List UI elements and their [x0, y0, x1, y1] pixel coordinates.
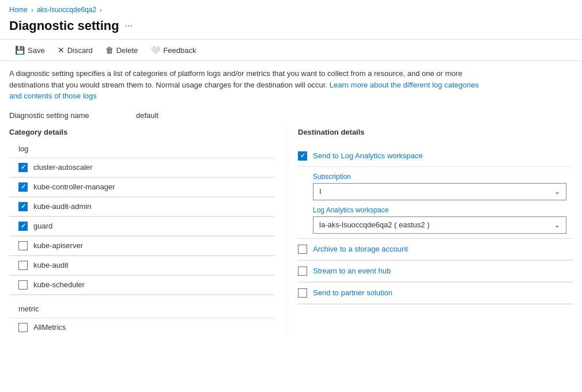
item-divider-kube-scheduler — [9, 295, 274, 295]
select-value-subscription-dropdown: I — [319, 187, 322, 196]
dest-option-label-storage-account[interactable]: Archive to a storage account — [313, 245, 408, 253]
checkbox-label-kube-scheduler: kube-scheduler — [33, 280, 85, 289]
log-item-kube-apiserver: kube-apiserver — [9, 237, 274, 256]
log-item-kube-scheduler: kube-scheduler — [9, 276, 274, 295]
dest-checkbox-log-analytics[interactable] — [298, 151, 307, 161]
log-item-cluster-autoscaler: cluster-autoscaler — [9, 158, 274, 177]
breadcrumb-sep1: › — [31, 6, 33, 13]
checkbox-metric-AllMetrics[interactable] — [18, 323, 28, 332]
toolbar: 💾 Save ✕ Discard 🗑 Delete 🤍 Feedback — [0, 39, 582, 61]
dest-option-event-hub: Stream to an event hub — [298, 261, 573, 283]
description: A diagnostic setting specifies a list of… — [0, 61, 496, 106]
dest-option-row-storage-account: Archive to a storage account — [298, 239, 573, 260]
more-options-icon[interactable]: ··· — [125, 21, 133, 31]
feedback-button[interactable]: 🤍 Feedback — [145, 43, 202, 57]
checkbox-kube-controller-manager[interactable] — [18, 182, 28, 192]
select-value-workspace-dropdown: la-aks-lsuoccqde6qa2 ( eastus2 ) — [319, 220, 430, 229]
main-content: Category details log cluster-autoscalerk… — [0, 128, 582, 337]
dest-checkbox-storage-account[interactable] — [298, 245, 307, 254]
log-checkboxes-list: cluster-autoscalerkube-controller-manage… — [9, 158, 274, 295]
delete-label: Delete — [116, 46, 138, 55]
checkbox-label-kube-audit: kube-audit — [33, 261, 69, 269]
dest-option-label-partner-solution[interactable]: Send to partner solution — [313, 288, 392, 297]
checkbox-label-kube-audit-admin: kube-audit-admin — [33, 202, 91, 211]
workspace-dropdown[interactable]: la-aks-lsuoccqde6qa2 ( eastus2 )⌄ — [313, 216, 566, 234]
checkbox-label-guard: guard — [33, 222, 52, 230]
form-label-workspace-dropdown: Log Analytics workspace — [313, 206, 573, 214]
select-wrapper-workspace-dropdown: la-aks-lsuoccqde6qa2 ( eastus2 )⌄ — [313, 216, 573, 234]
dest-checkbox-event-hub[interactable] — [298, 267, 307, 276]
log-item-guard: guard — [9, 217, 274, 236]
breadcrumb-resource[interactable]: aks-lsuoccqde6qa2 — [37, 6, 96, 14]
subscription-dropdown[interactable]: I⌄ — [313, 183, 566, 200]
save-label: Save — [28, 46, 45, 55]
save-button[interactable]: 💾 Save — [9, 43, 51, 57]
log-section-title: log — [18, 144, 274, 153]
dest-divider-partner-solution — [298, 304, 573, 305]
checkbox-label-kube-apiserver: kube-apiserver — [33, 241, 83, 250]
checkbox-kube-apiserver[interactable] — [18, 241, 28, 250]
feedback-icon: 🤍 — [150, 45, 160, 55]
checkbox-guard[interactable] — [18, 222, 28, 231]
metric-checkboxes-list: AllMetrics — [9, 318, 274, 337]
setting-name-value: default — [136, 111, 158, 120]
dest-option-row-partner-solution: Send to partner solution — [298, 283, 573, 304]
destination-details-title: Destination details — [298, 128, 573, 136]
breadcrumb: Home › aks-lsuoccqde6qa2 › — [0, 0, 582, 16]
category-details-panel: Category details log cluster-autoscalerk… — [9, 128, 286, 337]
destination-details-panel: Destination details Send to Log Analytic… — [286, 128, 573, 337]
log-item-kube-audit: kube-audit — [9, 256, 274, 275]
discard-label: Discard — [67, 46, 93, 55]
log-item-kube-audit-admin: kube-audit-admin — [9, 197, 274, 216]
checkbox-kube-audit[interactable] — [18, 261, 28, 270]
form-label-subscription-dropdown: Subscription — [313, 173, 573, 181]
checkbox-metric-label-AllMetrics: AllMetrics — [33, 323, 66, 332]
checkbox-label-cluster-autoscaler: cluster-autoscaler — [33, 163, 93, 172]
category-details-title: Category details — [9, 128, 274, 136]
delete-button[interactable]: 🗑 Delete — [100, 43, 144, 57]
page-title: Diagnostic setting — [9, 18, 119, 33]
dest-option-label-event-hub[interactable]: Stream to an event hub — [313, 267, 391, 275]
chevron-icon-subscription-dropdown: ⌄ — [554, 188, 560, 196]
dest-option-row-event-hub: Stream to an event hub — [298, 261, 573, 282]
checkbox-kube-scheduler[interactable] — [18, 280, 28, 290]
dest-option-storage-account: Archive to a storage account — [298, 239, 573, 261]
breadcrumb-home[interactable]: Home — [9, 6, 28, 14]
dest-option-label-log-analytics[interactable]: Send to Log Analytics workspace — [313, 151, 423, 160]
discard-icon: ✕ — [58, 45, 65, 55]
form-group-workspace-dropdown: Log Analytics workspacela-aks-lsuoccqde6… — [313, 206, 573, 234]
dest-option-row-log-analytics: Send to Log Analytics workspace — [298, 146, 573, 167]
delete-icon: 🗑 — [105, 45, 114, 55]
log-item-kube-controller-manager: kube-controller-manager — [9, 178, 274, 197]
checkbox-kube-audit-admin[interactable] — [18, 202, 28, 211]
save-icon: 💾 — [15, 45, 25, 55]
setting-name-label: Diagnostic setting name — [9, 111, 136, 120]
setting-name-row: Diagnostic setting name default — [0, 106, 582, 128]
dest-option-partner-solution: Send to partner solution — [298, 283, 573, 305]
checkbox-cluster-autoscaler[interactable] — [18, 163, 28, 172]
metric-section-title: metric — [18, 305, 274, 313]
breadcrumb-sep2: › — [100, 6, 102, 13]
select-wrapper-subscription-dropdown: I⌄ — [313, 183, 573, 200]
feedback-label: Feedback — [163, 46, 196, 55]
form-group-subscription-dropdown: SubscriptionI⌄ — [313, 173, 573, 200]
page-header: Diagnostic setting ··· — [0, 16, 582, 39]
dest-option-log-analytics: Send to Log Analytics workspaceSubscript… — [298, 146, 573, 239]
discard-button[interactable]: ✕ Discard — [52, 43, 99, 57]
dest-checkbox-partner-solution[interactable] — [298, 288, 307, 298]
metric-item-AllMetrics: AllMetrics — [9, 318, 274, 337]
destination-options-list: Send to Log Analytics workspaceSubscript… — [298, 146, 573, 305]
checkbox-label-kube-controller-manager: kube-controller-manager — [33, 182, 115, 191]
chevron-icon-workspace-dropdown: ⌄ — [554, 221, 560, 229]
